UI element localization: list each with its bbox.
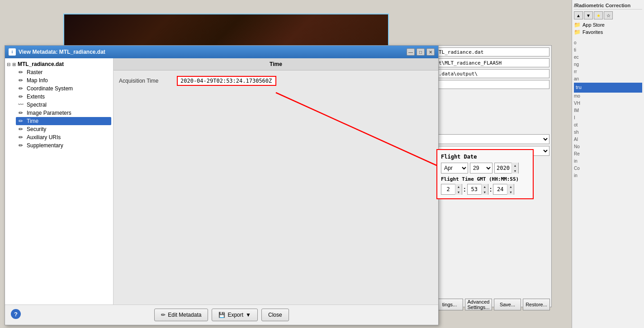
minimize-btn[interactable]: — xyxy=(407,48,415,56)
time-label: Time xyxy=(27,118,38,124)
flight-time-label: Flight Time GMT (HH:MM:SS) xyxy=(441,176,529,182)
flight-month-select[interactable]: Apr JanFebMar MayJunJul AugSepOct NovDec xyxy=(441,163,468,173)
colon2: : xyxy=(490,186,492,193)
flight-second-up-btn[interactable]: ▲ xyxy=(507,184,514,189)
flight-year-up-btn[interactable]: ▲ xyxy=(512,163,518,168)
tree-expand-icon: ⊟ xyxy=(7,62,10,67)
save-label: Save... xyxy=(500,302,515,307)
flaash-file3-input[interactable] xyxy=(436,69,549,78)
flight-hour-down-btn[interactable]: ▼ xyxy=(455,189,462,195)
flaash-mid-section xyxy=(436,134,549,146)
dialog-content: ⊟ ⊞ MTL_radiance.dat ✏ Raster ✏ Map Info… xyxy=(5,58,438,305)
flight-minute-up-btn[interactable]: ▲ xyxy=(482,184,488,189)
flight-year-arrows: ▲ ▼ xyxy=(511,163,518,173)
flight-date-box: Flight Date Apr JanFebMar MayJunJul AugS… xyxy=(436,149,534,199)
supplementary-icon: ✏ xyxy=(18,142,24,149)
tree-item-mapinfo[interactable]: ✏ Map Info xyxy=(16,76,111,84)
tree-item-supplementary[interactable]: ✏ Supplementary xyxy=(16,141,111,150)
app-store-label: App Store xyxy=(582,22,605,28)
flight-minute-down-btn[interactable]: ▼ xyxy=(482,189,488,195)
spectral-label: Spectral xyxy=(27,102,47,108)
flight-minute-arrows: ▲ ▼ xyxy=(481,184,488,195)
nav-up-btn[interactable]: ▲ xyxy=(574,11,583,19)
flight-hour-val: 2 xyxy=(441,186,455,192)
flight-hour-spinbox: 2 ▲ ▼ xyxy=(441,184,462,195)
image-params-label: Image Parameters xyxy=(27,110,71,116)
tree-panel: ⊟ ⊞ MTL_radiance.dat ✏ Raster ✏ Map Info… xyxy=(5,58,114,305)
tree-item-extents[interactable]: ✏ Extents xyxy=(16,93,111,101)
tree-item-image-params[interactable]: ✏ Image Parameters xyxy=(16,109,111,117)
flight-second-arrows: ▲ ▼ xyxy=(507,184,514,195)
tree-item-spectral[interactable]: 〰 Spectral xyxy=(16,101,111,109)
dialog-footer: ? ✏ Edit Metadata 💾 Export ▼ Close xyxy=(5,305,438,325)
highlighted-item[interactable]: tru xyxy=(574,83,642,93)
save-btn[interactable]: Save... xyxy=(494,299,521,310)
acquisition-time-input[interactable] xyxy=(177,76,276,86)
flight-hour-up-btn[interactable]: ▲ xyxy=(455,184,462,189)
view-metadata-dialog: i View Metadata: MTL_radiance.dat — □ ✕ … xyxy=(5,45,439,325)
flaash-file4-input[interactable] xyxy=(436,80,549,89)
restore-btn[interactable]: Restore... xyxy=(523,299,550,310)
folder-icon: 📁 xyxy=(574,22,581,28)
favorite-star-btn[interactable]: ★ xyxy=(594,11,603,19)
tree-item-time[interactable]: ✏ Time xyxy=(16,117,111,125)
app-store-item[interactable]: 📁 App Store xyxy=(574,21,642,28)
export-arrow: ▼ xyxy=(246,312,251,318)
flaash-file2-input[interactable] xyxy=(436,58,549,67)
titlebar-buttons: — □ ✕ xyxy=(407,48,435,56)
image-params-icon: ✏ xyxy=(18,110,24,116)
flaash-file3-row xyxy=(436,69,549,78)
flight-second-down-btn[interactable]: ▼ xyxy=(507,189,514,195)
export-icon: 💾 xyxy=(218,312,225,318)
close-dialog-btn[interactable]: ✕ xyxy=(426,48,435,56)
acquisition-time-row: Acquisition Time xyxy=(119,76,433,86)
mapinfo-label: Map Info xyxy=(27,77,48,84)
right-nav-buttons: ▲ ▼ ★ ☆ xyxy=(574,11,642,19)
tree-item-raster[interactable]: ✏ Raster xyxy=(16,68,111,76)
flaash-file1-input[interactable] xyxy=(436,47,549,56)
security-label: Security xyxy=(27,126,46,132)
raster-icon: ✏ xyxy=(18,69,24,75)
help-button[interactable]: ? xyxy=(11,309,21,319)
flight-minute-spinbox: 53 ▲ ▼ xyxy=(467,184,488,195)
export-label: Export xyxy=(227,312,243,318)
flight-date-title: Flight Date xyxy=(441,154,529,160)
maximize-btn[interactable]: □ xyxy=(417,48,425,56)
security-icon: ✏ xyxy=(18,126,24,132)
flight-second-spinbox: 24 ▲ ▼ xyxy=(493,184,514,195)
extents-label: Extents xyxy=(27,94,45,100)
nav-down-btn[interactable]: ▼ xyxy=(584,11,593,19)
flight-year-down-btn[interactable]: ▼ xyxy=(512,168,518,173)
flight-day-select[interactable]: 29 xyxy=(470,163,492,173)
edit-icon: ✏ xyxy=(161,312,166,318)
tree-item-coordsys[interactable]: ✏ Coordinate System xyxy=(16,84,111,93)
coordsys-icon: ✏ xyxy=(18,85,24,92)
flight-time-row: 2 ▲ ▼ : 53 ▲ ▼ : 24 ▲ ▼ xyxy=(441,184,529,195)
tree-root[interactable]: ⊟ ⊞ MTL_radiance.dat xyxy=(7,60,111,68)
flaash-file2-row xyxy=(436,58,549,67)
close-btn[interactable]: Close xyxy=(261,309,289,321)
titlebar-left: i View Metadata: MTL_radiance.dat xyxy=(9,48,105,56)
flight-year-spinbox: 2020 ▲ ▼ xyxy=(494,163,519,173)
tree-item-aux-uris[interactable]: ✏ Auxiliary URIs xyxy=(16,133,111,141)
side-labels: otiecngrran tru moVHIMIotsh AlNoReinCoin xyxy=(574,39,642,179)
unfavorite-star-btn[interactable]: ☆ xyxy=(604,11,613,19)
flight-minute-val: 53 xyxy=(468,186,481,192)
aux-uris-icon: ✏ xyxy=(18,134,24,141)
flight-second-val: 24 xyxy=(493,186,507,192)
close-btn-label: Close xyxy=(268,312,282,318)
raster-label: Raster xyxy=(27,69,43,75)
favorites-item[interactable]: 📁 Favorites xyxy=(574,28,642,36)
tree-root-label: MTL_radiance.dat xyxy=(18,61,64,67)
aux-uris-label: Auxiliary URIs xyxy=(27,134,61,141)
flaash-settings-btn[interactable]: tings... xyxy=(436,299,463,310)
flaash-dropdown1[interactable] xyxy=(436,134,549,144)
edit-metadata-btn[interactable]: ✏ Edit Metadata xyxy=(154,309,208,321)
tree-root-file-icon: ⊞ xyxy=(12,62,16,67)
flaash-file4-row xyxy=(436,80,549,89)
advanced-settings-btn[interactable]: Advanced Settings... xyxy=(465,299,492,310)
right-panel-title: /Radiometric Correction xyxy=(574,2,642,9)
export-btn[interactable]: 💾 Export ▼ xyxy=(212,309,258,321)
satellite-image xyxy=(63,14,389,50)
tree-item-security[interactable]: ✏ Security xyxy=(16,125,111,133)
